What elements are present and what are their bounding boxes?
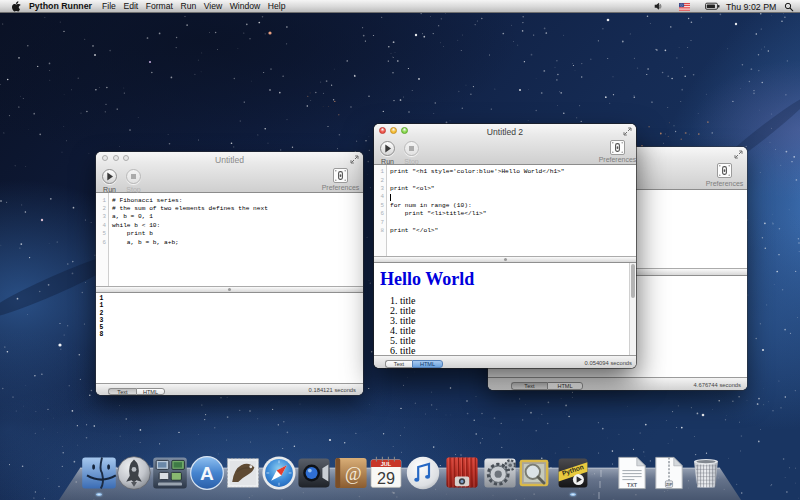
svg-text:ZIP: ZIP bbox=[666, 482, 673, 487]
svg-text:29: 29 bbox=[377, 469, 395, 487]
svg-text:TXT: TXT bbox=[627, 482, 638, 488]
svg-text:A: A bbox=[200, 463, 214, 484]
svg-text:@: @ bbox=[345, 464, 362, 484]
